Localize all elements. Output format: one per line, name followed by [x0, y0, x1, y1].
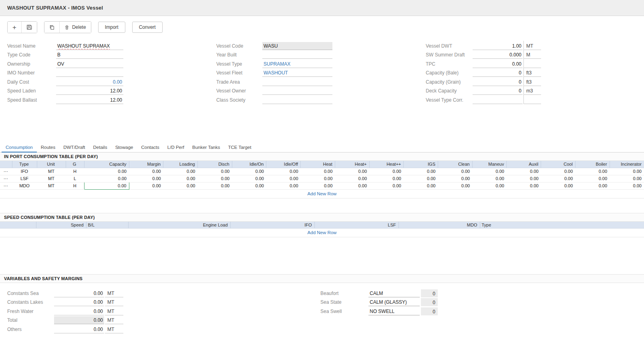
cell[interactable]: 0.00 [84, 168, 129, 175]
column-header-maneuv[interactable]: Maneuv [472, 161, 507, 168]
vessel-type-corr-input[interactable] [473, 96, 523, 104]
column-header-margin[interactable]: Margin [129, 161, 163, 168]
column-header-loading[interactable]: Loading [163, 161, 198, 168]
cell[interactable]: 0.00 [197, 168, 232, 175]
sea-swell-select[interactable]: NO SWELL [368, 307, 420, 315]
cell[interactable]: LSF [12, 175, 37, 182]
convert-button[interactable]: Convert [132, 22, 163, 33]
cell[interactable]: 0.00 [575, 168, 610, 175]
cell[interactable]: IFO [12, 168, 37, 175]
row-menu-icon[interactable]: ⋯ [0, 182, 12, 189]
cell[interactable]: H [66, 168, 84, 175]
sw-summer-draft-input[interactable]: 0.000 [473, 51, 523, 59]
cell[interactable]: 0.00 [472, 168, 507, 175]
vessel-fleet-input[interactable]: WASHOUT [262, 69, 332, 77]
cell[interactable]: 0.00 [369, 168, 404, 175]
beaufort-select[interactable]: CALM [368, 289, 420, 297]
tab-routes[interactable]: Routes [37, 143, 59, 152]
column-header-g[interactable]: G [66, 161, 84, 168]
cell[interactable]: MT [37, 168, 66, 175]
cell[interactable]: 0.00 [232, 182, 266, 189]
cell[interactable]: 0.00 [404, 168, 438, 175]
fresh-water-input[interactable]: 0.00 [54, 307, 104, 315]
column-header-igs[interactable]: IGS [404, 161, 438, 168]
column-header-unit[interactable]: Unit [37, 161, 66, 168]
speed-ballast-input[interactable]: 12.00 [56, 96, 123, 104]
copy-button[interactable] [44, 22, 59, 33]
cell[interactable]: 0.00 [266, 168, 301, 175]
row-menu-column-header[interactable] [0, 222, 36, 229]
tpc-input[interactable]: 0.00 [473, 60, 523, 68]
cell[interactable]: 0.00 [438, 175, 472, 182]
vessel-type-input[interactable]: SUPRAMAX [262, 60, 332, 68]
cell[interactable]: 0.00 [232, 168, 266, 175]
add-new-row-link[interactable]: Add New Row [0, 190, 644, 199]
import-button[interactable]: Import [98, 22, 125, 33]
column-header-capacity[interactable]: Capacity [84, 161, 129, 168]
cell[interactable]: 0.00 [541, 175, 576, 182]
type-code-input[interactable]: B [56, 51, 123, 59]
cell[interactable]: 0.00 [266, 182, 301, 189]
vessel-dwt-input[interactable]: 1.00 [473, 42, 523, 50]
cell[interactable]: 0.00 [507, 175, 541, 182]
cell[interactable]: 0.00 [472, 175, 507, 182]
cell[interactable]: 0.00 [335, 182, 369, 189]
column-header-heat[interactable]: Heat++ [369, 161, 404, 168]
cell[interactable]: 0.00 [301, 168, 335, 175]
save-button[interactable] [21, 22, 37, 33]
cell[interactable]: 0.00 [507, 168, 541, 175]
cell[interactable]: MT [37, 175, 66, 182]
column-header-b-l[interactable]: B/L [86, 222, 128, 229]
tab-stowage[interactable]: Stowage [111, 143, 137, 152]
column-header-heat[interactable]: Heat+ [335, 161, 369, 168]
cell[interactable]: 0.00 [232, 175, 266, 182]
cell[interactable]: MT [37, 182, 66, 189]
tab-contacts[interactable]: Contacts [137, 143, 163, 152]
tab-details[interactable]: Details [89, 143, 111, 152]
deck-capacity-input[interactable]: 0 [473, 87, 523, 95]
cell[interactable]: 0.00 [472, 182, 507, 189]
column-header-idle-off[interactable]: Idle/Off [266, 161, 301, 168]
others-input[interactable]: 0.00 [54, 325, 104, 333]
trade-area-input[interactable] [262, 78, 332, 86]
class-society-input[interactable] [262, 96, 332, 104]
cell[interactable]: 0.00 [163, 168, 198, 175]
tab-tce-target[interactable]: TCE Target [224, 143, 255, 152]
cell[interactable]: 0.00 [335, 168, 369, 175]
new-button[interactable]: + [8, 22, 21, 33]
column-header-type[interactable]: Type [12, 161, 37, 168]
column-header-cool[interactable]: Cool [541, 161, 576, 168]
cell[interactable]: 0.00 [197, 175, 232, 182]
tab-dwt-draft[interactable]: DWT/Draft [59, 143, 89, 152]
constants-lakes-input[interactable]: 0.00 [54, 298, 104, 306]
capacity-bale-input[interactable]: 0 [473, 69, 523, 77]
constants-sea-input[interactable]: 0.00 [54, 289, 104, 297]
cell[interactable]: 0.00 [163, 175, 198, 182]
column-header-boiler[interactable]: Boiler [575, 161, 610, 168]
cell[interactable]: 0.00 [438, 182, 472, 189]
cell[interactable]: 0.00 [129, 168, 163, 175]
row-menu-column-header[interactable] [0, 161, 12, 168]
cell[interactable]: 0.00 [541, 182, 576, 189]
cell[interactable]: 0.00 [129, 182, 163, 189]
row-menu-icon[interactable]: ⋯ [0, 175, 12, 182]
cell[interactable]: 0.00 [404, 175, 438, 182]
ownership-input[interactable]: OV [56, 60, 123, 68]
cell[interactable]: 0.00 [266, 175, 301, 182]
cell[interactable]: 0.00 [438, 168, 472, 175]
column-header-clean[interactable]: Clean [438, 161, 472, 168]
capacity-grain-input[interactable]: 0 [473, 78, 523, 86]
cell[interactable]: L [66, 175, 84, 182]
cell[interactable]: 0.00 [301, 175, 335, 182]
cell[interactable]: 0.00 [163, 182, 198, 189]
add-new-row-link[interactable]: Add New Row [0, 229, 644, 237]
cell[interactable]: 0.00 [541, 168, 576, 175]
cell[interactable]: 0.00 [610, 168, 644, 175]
cell[interactable]: 0.00 [369, 175, 404, 182]
column-header-disch[interactable]: Disch [197, 161, 232, 168]
tab-consumption[interactable]: Consumption [2, 143, 37, 152]
cell[interactable]: 0.00 [507, 182, 541, 189]
tab-bunker-tanks[interactable]: Bunker Tanks [188, 143, 224, 152]
column-header-auxil[interactable]: Auxil [507, 161, 541, 168]
column-header-heat[interactable]: Heat [301, 161, 335, 168]
